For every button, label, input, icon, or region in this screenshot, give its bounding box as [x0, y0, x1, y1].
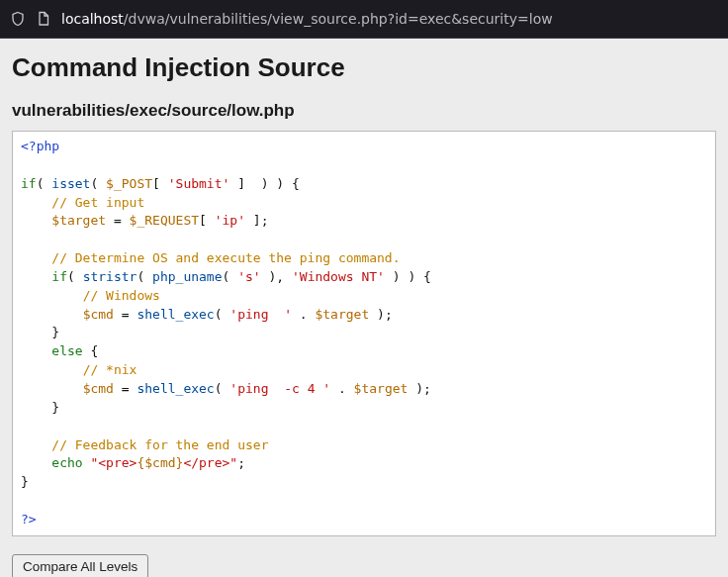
browser-toolbar: localhost/dvwa/vulnerabilities/view_sour… — [0, 0, 728, 38]
page-icon — [36, 11, 51, 27]
source-code-block: <?php if( isset( $_POST[ 'Submit' ] ) ) … — [12, 131, 716, 536]
php-close-tag: ?> — [21, 512, 37, 527]
page-content: Command Injection Source vulnerabilities… — [0, 38, 728, 577]
url-host: localhost — [61, 11, 124, 27]
page-title: Command Injection Source — [12, 52, 716, 83]
shield-icon — [10, 11, 26, 27]
url-path: /dvwa/vulnerabilities/view_source.php?id… — [124, 11, 553, 27]
compare-all-levels-button[interactable]: Compare All Levels — [12, 554, 148, 577]
page-subtitle: vulnerabilities/exec/source/low.php — [12, 101, 716, 121]
php-open-tag: <?php — [21, 139, 59, 153]
url-bar[interactable]: localhost/dvwa/vulnerabilities/view_sour… — [61, 11, 553, 27]
